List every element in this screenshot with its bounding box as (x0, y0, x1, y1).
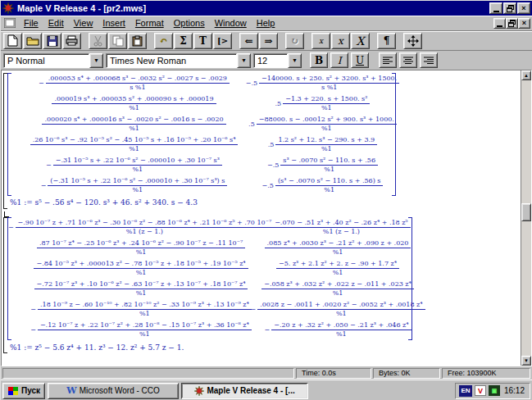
resize-button[interactable] (403, 33, 422, 49)
font-combobox[interactable]: Times New Roman ▼ (106, 53, 251, 68)
menu-insert[interactable]: Insert (98, 16, 130, 30)
task-button-word[interactable]: W Microsoft Word - CCO (48, 383, 179, 399)
worksheet-cursor (4, 211, 9, 217)
fraction-multiplier: − (30, 326, 36, 334)
fraction-numerator: −.058 z³ + .032 z² + .022 z − .011 + .02… (261, 280, 414, 289)
align-center-button[interactable] (399, 52, 417, 68)
child-minimize-button[interactable] (493, 18, 506, 29)
paste-button[interactable] (128, 33, 147, 49)
fraction-denominator: %1 (z − 1.) (126, 228, 163, 236)
fraction-denominator: %1 (129, 145, 139, 153)
matrix-cell: −−.12 10⁻⁷ z + .22 10⁻⁷ z² + .28 10⁻⁸ − … (13, 321, 269, 339)
evaluate-button[interactable]: Σ (174, 33, 193, 49)
menu-format[interactable]: Format (130, 16, 169, 30)
scrollbar-track[interactable] (521, 80, 531, 356)
scrollbar-thumb[interactable] (521, 203, 531, 221)
fraction-denominator: %1 (136, 248, 147, 257)
zoom-in-button[interactable]: X (351, 33, 370, 49)
monitor-tray-icon[interactable]: ▣ (489, 385, 500, 396)
open-file-button[interactable] (23, 33, 42, 49)
scroll-down-button[interactable]: ▼ (521, 356, 531, 366)
vertical-scrollbar[interactable]: ▲ ▼ (521, 70, 531, 366)
worksheet-area[interactable]: −.000053 s⁴ + .000068 s³ − .0032 s² − .0… (1, 70, 532, 366)
underline-icon: U (356, 55, 364, 66)
matrix-cell: .000020 s⁴ + .000016 s³ − .0020 s² − .00… (13, 116, 255, 133)
matrix-row: −−.12 10⁻⁷ z + .22 10⁻⁷ z² + .28 10⁻⁸ − … (13, 321, 407, 339)
text-mode-button[interactable]: T (193, 33, 212, 49)
fraction-denominator: %1 (321, 145, 332, 153)
fraction-numerator: (s³ − .0070 s² − 110. s + .56) s (275, 177, 384, 186)
menu-window[interactable]: Window (210, 16, 252, 30)
language-indicator[interactable]: EN (459, 385, 472, 397)
italic-button[interactable]: I (330, 52, 348, 68)
task-label: Maple V Release 4 - [... (207, 386, 294, 395)
status-bar: Time: 0.0s Bytes: 0K Free: 103900K (1, 366, 532, 380)
menu-bar: File Edit View Insert Format Options Win… (1, 16, 532, 31)
fraction-numerator: 1.2 s² + 12. s³ − 290. s + 3.9 (275, 136, 377, 145)
menu-view[interactable]: View (69, 16, 98, 30)
fraction-numerator: .085 z⁴ + .0030 z³ − .21 z² + .090 z + .… (265, 239, 412, 248)
zoom-out-button[interactable]: x (311, 33, 330, 49)
start-button[interactable]: Пуск (2, 383, 45, 399)
text-mode-icon: T (199, 35, 207, 47)
fraction: .0028 z − .0011 + .0020 z² − .0052 z³ + … (257, 301, 425, 318)
matrix-row: .000020 s⁴ + .000016 s³ − .0020 s² − .00… (13, 116, 390, 133)
tray-clock[interactable]: 16:12 (502, 386, 526, 395)
status-time: Time: 0.0s (296, 368, 371, 379)
child-restore-button[interactable] (506, 18, 518, 29)
style-dropdown-button[interactable]: ▼ (89, 53, 103, 68)
undo-button[interactable]: ↶ (154, 33, 173, 49)
restore-button[interactable] (503, 2, 516, 14)
copy-button[interactable] (108, 33, 127, 49)
windows-flag-icon (7, 386, 19, 396)
bold-button[interactable]: B (310, 52, 328, 68)
size-combobox[interactable]: 12 ▼ (253, 53, 302, 68)
fraction: .87 10⁻⁷ z⁴ − .25 10⁻⁶ z³ + .24 10⁻⁶ z² … (37, 239, 245, 257)
cut-button[interactable] (89, 33, 107, 49)
zoom-normal-button[interactable]: x (331, 33, 350, 49)
fraction-multiplier: − (250, 306, 256, 313)
fraction: .26 10⁻⁶ s³ − .92 10⁻⁵ s² − .45 10⁻⁵ s +… (30, 136, 239, 153)
task-button-maple[interactable]: Maple V Release 4 - [... (181, 383, 308, 399)
child-close-button[interactable]: × (518, 18, 530, 29)
fraction-denominator: %1 (324, 186, 334, 194)
close-button[interactable]: × (517, 2, 530, 14)
menu-options[interactable]: Options (169, 16, 210, 30)
font-dropdown-button[interactable]: ▼ (237, 53, 251, 68)
copy-pages-icon (112, 35, 124, 47)
fraction-denominator: %1 (324, 166, 334, 174)
start-label: Пуск (21, 386, 40, 395)
sigma-icon: Σ (180, 35, 186, 47)
save-button[interactable] (43, 33, 61, 49)
font-value: Times New Roman (106, 53, 237, 68)
new-file-button[interactable] (3, 33, 22, 49)
fraction-numerator: −.72 10⁻⁷ z³ + .10 10⁻⁶ z² − .63 10⁻⁷ z … (34, 280, 248, 289)
underline-button[interactable]: U (351, 52, 369, 68)
print-button[interactable] (62, 33, 81, 49)
antivirus-tray-icon[interactable]: V (475, 385, 486, 396)
menu-help[interactable]: Help (252, 16, 280, 30)
maple-input-button[interactable]: [> (213, 33, 232, 49)
label-definition-2: %1 := z⁵ − 5.6 z⁴ + 11. z³ − 12. z² + 5.… (10, 343, 184, 352)
fraction: (−.31 10⁻⁵ s + .22 10⁻⁶ s² − .000010 + .… (48, 177, 227, 194)
monitor-glyph: ▣ (492, 388, 498, 394)
align-left-button[interactable] (379, 52, 397, 68)
align-right-button[interactable] (420, 52, 438, 68)
matrix-cell: −−.20 z + .32 z² + .050 − .21 z³ + .046 … (269, 321, 407, 339)
menu-file[interactable]: File (19, 16, 43, 30)
minimize-button[interactable] (489, 2, 502, 14)
matrix-cell: −.18 10⁻⁹ z − .60 10⁻¹⁰ + .82 10⁻¹⁰ z² −… (13, 301, 269, 318)
size-dropdown-button[interactable]: ▼ (288, 53, 302, 68)
matrix-row: .000019 s³ + .000035 s² + .000090 s + .0… (13, 95, 390, 112)
menu-edit[interactable]: Edit (43, 16, 69, 30)
fraction-numerator: .000019 s³ + .000035 s² + .000090 s + .0… (52, 95, 216, 104)
style-combobox[interactable]: P Normal ▼ (3, 53, 103, 68)
matrix-cell: −5. z³ + 2.1 z² + 2. z − .90 + 1.7 z⁴%1 (269, 260, 407, 277)
matrix-row: .87 10⁻⁷ z⁴ − .25 10⁻⁶ z³ + .24 10⁻⁶ z² … (13, 239, 407, 257)
scroll-up-button[interactable]: ▲ (521, 70, 531, 80)
update-button[interactable]: ↻ (285, 33, 304, 49)
show-invisibles-button[interactable]: ¶ (377, 33, 396, 49)
next-group-button[interactable]: ⇒ (259, 33, 278, 49)
matrix-right-bracket (392, 73, 396, 196)
prev-group-button[interactable]: ⇐ (239, 33, 258, 49)
